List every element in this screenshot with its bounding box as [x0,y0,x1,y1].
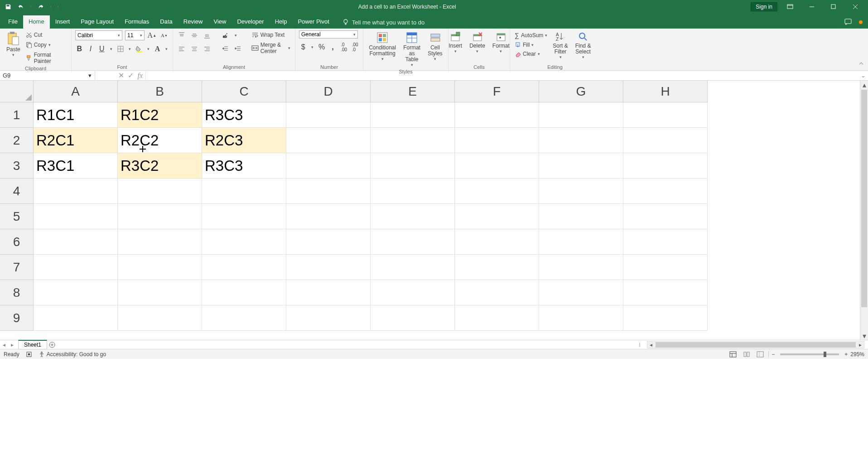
cell[interactable] [455,204,539,229]
zoom-out-button[interactable]: − [772,351,775,358]
comments-icon[interactable] [844,19,853,26]
bold-button[interactable]: B [75,44,84,54]
borders-dropdown[interactable]: ▾ [127,44,132,54]
cell[interactable] [539,229,623,255]
tab-power-pivot[interactable]: Power Pivot [292,15,334,29]
row-header[interactable]: 4 [0,179,34,204]
cell[interactable] [539,204,623,229]
cell[interactable] [202,204,286,229]
format-as-table-button[interactable]: Format as Table▾ [400,30,423,68]
ribbon-display-options-icon[interactable] [781,0,799,13]
cancel-formula-icon[interactable]: ✕ [118,71,124,80]
orientation-icon[interactable]: ab [220,30,230,40]
page-layout-view-button[interactable] [741,350,752,358]
cell[interactable]: R1C1 [34,102,118,128]
cell[interactable] [455,153,539,179]
cell[interactable]: R2C3 [202,128,286,153]
cell[interactable] [286,153,371,179]
cell[interactable] [623,179,708,204]
vertical-scrollbar[interactable]: ▴ ▾ [860,81,868,340]
tab-page-layout[interactable]: Page Layout [75,15,119,29]
cell[interactable] [34,204,118,229]
cell[interactable] [371,229,455,255]
maximize-icon[interactable] [825,0,843,13]
cell[interactable] [539,102,623,128]
column-header[interactable]: G [539,81,623,102]
comma-format-button[interactable]: , [328,42,337,52]
column-header[interactable]: H [623,81,708,102]
tab-view[interactable]: View [208,15,231,29]
decrease-decimal-button[interactable]: .00.0 [351,42,359,52]
cell[interactable] [371,153,455,179]
cell[interactable] [623,305,708,331]
row-header[interactable]: 2 [0,128,34,153]
font-name-input[interactable]: Calibri▾ [75,30,122,40]
find-select-button[interactable]: Find & Select▾ [573,30,594,60]
cell[interactable] [202,255,286,280]
sign-in-button[interactable]: Sign in [751,2,777,11]
sheet-tab-active[interactable]: Sheet1 [18,340,47,349]
cell[interactable] [34,280,118,305]
row-header[interactable]: 6 [0,229,34,255]
hscroll-thumb[interactable] [656,342,856,348]
cell[interactable] [202,280,286,305]
font-color-button[interactable]: A [153,44,162,54]
tab-developer[interactable]: Developer [231,15,269,29]
scroll-down-icon[interactable]: ▾ [860,332,868,340]
sort-filter-button[interactable]: AZSort & Filter▾ [550,30,570,60]
cell[interactable] [286,280,371,305]
fill-color-dropdown[interactable]: ▾ [146,44,150,54]
row-header[interactable]: 1 [0,102,34,128]
scroll-up-icon[interactable]: ▴ [860,81,868,89]
cell[interactable] [455,102,539,128]
enter-formula-icon[interactable]: ✓ [128,71,134,80]
font-size-input[interactable]: 11▾ [125,30,145,40]
scroll-left-icon[interactable]: ◂ [647,342,655,348]
insert-function-icon[interactable]: fx [137,72,143,80]
decrease-font-icon[interactable]: A▼ [159,30,169,40]
cell-styles-button[interactable]: Cell Styles▾ [425,30,445,62]
format-cells-button[interactable]: Format▾ [490,30,512,54]
copy-button[interactable]: Copy▾ [25,41,68,48]
cell[interactable] [286,305,371,331]
fill-button[interactable]: Fill▾ [514,41,548,48]
sheet-nav-prev[interactable]: ◂ [0,341,8,349]
column-header[interactable]: E [371,81,455,102]
row-header[interactable]: 5 [0,204,34,229]
column-header[interactable]: F [455,81,539,102]
percent-format-button[interactable]: % [318,42,326,52]
cell[interactable]: R1C2 [118,102,202,128]
tab-scroll-split[interactable]: ⁞ [639,342,643,348]
wrap-text-button[interactable]: Wrap Text [251,31,291,39]
tab-home[interactable]: Home [23,15,50,29]
normal-view-button[interactable] [728,350,738,358]
cell[interactable] [286,179,371,204]
cell[interactable] [286,229,371,255]
cell[interactable] [34,229,118,255]
merge-center-button[interactable]: Merge & Center▾ [251,41,291,55]
cell[interactable] [371,305,455,331]
underline-dropdown[interactable]: ▾ [109,44,113,54]
cell[interactable] [286,255,371,280]
cell[interactable] [118,204,202,229]
cell[interactable] [371,128,455,153]
scroll-right-icon[interactable]: ▸ [857,342,864,348]
increase-decimal-button[interactable]: .0.00 [340,42,348,52]
cell[interactable]: R2C1 [34,128,118,153]
undo-dropdown[interactable]: ▾ [28,1,34,12]
cell[interactable]: R3C3 [202,102,286,128]
conditional-formatting-button[interactable]: Conditional Formatting▾ [366,30,399,62]
cell[interactable] [623,229,708,255]
status-accessibility[interactable]: Accessibility: Good to go [47,351,106,358]
cell[interactable] [371,179,455,204]
tell-me-search[interactable]: Tell me what you want to do [342,19,424,29]
cell[interactable] [118,229,202,255]
cell[interactable] [455,229,539,255]
underline-button[interactable]: U [97,44,106,54]
align-center-icon[interactable] [189,44,199,54]
align-bottom-icon[interactable] [202,30,212,40]
row-header[interactable]: 7 [0,255,34,280]
cell[interactable] [202,305,286,331]
horizontal-scrollbar[interactable]: ◂ ▸ [647,341,864,348]
redo-dropdown[interactable]: ▾ [48,1,53,12]
